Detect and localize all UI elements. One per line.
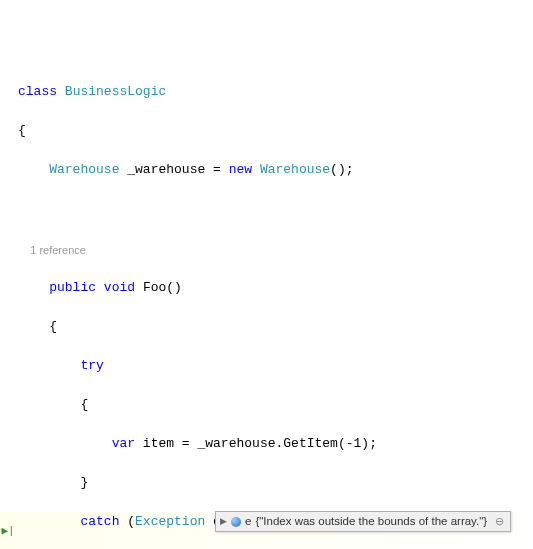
code-line[interactable]: { bbox=[0, 121, 533, 141]
debug-datatip[interactable]: ▶ e {"Index was outside the bounds of th… bbox=[215, 511, 511, 532]
play-icon: ▶| bbox=[1, 526, 14, 537]
keyword-try: try bbox=[80, 358, 103, 373]
datatip-var: e bbox=[245, 513, 251, 530]
variable-icon bbox=[231, 517, 241, 527]
blank-line bbox=[0, 199, 533, 219]
keyword-public: public bbox=[49, 280, 96, 295]
class-name: BusinessLogic bbox=[65, 84, 166, 99]
field-name: _warehouse bbox=[127, 162, 205, 177]
code-line[interactable]: } bbox=[0, 473, 533, 493]
field-type: Warehouse bbox=[49, 162, 119, 177]
code-line[interactable]: var item = _warehouse.GetItem(-1); bbox=[0, 434, 533, 454]
keyword-new: new bbox=[229, 162, 252, 177]
code-line[interactable]: public void Foo() bbox=[0, 278, 533, 298]
code-line[interactable]: Warehouse _warehouse = new Warehouse(); bbox=[0, 160, 533, 180]
exception-type: Exception bbox=[135, 514, 205, 529]
code-line-current[interactable]: ▶| catch (Exception e) ▶ e {"Index was o… bbox=[0, 512, 533, 549]
datatip-value: {"Index was outside the bounds of the ar… bbox=[255, 513, 487, 530]
method-name: Foo bbox=[143, 280, 166, 295]
keyword-var: var bbox=[112, 436, 135, 451]
call-target: _warehouse bbox=[197, 436, 275, 451]
codelens-text[interactable]: 1 reference bbox=[30, 244, 86, 256]
expand-icon[interactable]: ▶ bbox=[220, 515, 227, 529]
local-var: item bbox=[143, 436, 174, 451]
call-arg: -1 bbox=[346, 436, 362, 451]
brace-open: { bbox=[18, 123, 26, 138]
call-method: GetItem bbox=[283, 436, 338, 451]
codelens-link[interactable]: 1 reference bbox=[0, 242, 533, 259]
code-line[interactable]: { bbox=[0, 317, 533, 337]
ctor-type: Warehouse bbox=[260, 162, 330, 177]
keyword-class: class bbox=[18, 84, 57, 99]
code-line[interactable]: { bbox=[0, 395, 533, 415]
keyword-void: void bbox=[104, 280, 135, 295]
keyword-catch: catch bbox=[80, 514, 119, 529]
pin-icon[interactable]: ⊖ bbox=[495, 513, 504, 530]
debug-current-marker: ▶| bbox=[0, 512, 16, 549]
code-line[interactable]: try bbox=[0, 356, 533, 376]
code-line[interactable]: class BusinessLogic bbox=[0, 82, 533, 102]
